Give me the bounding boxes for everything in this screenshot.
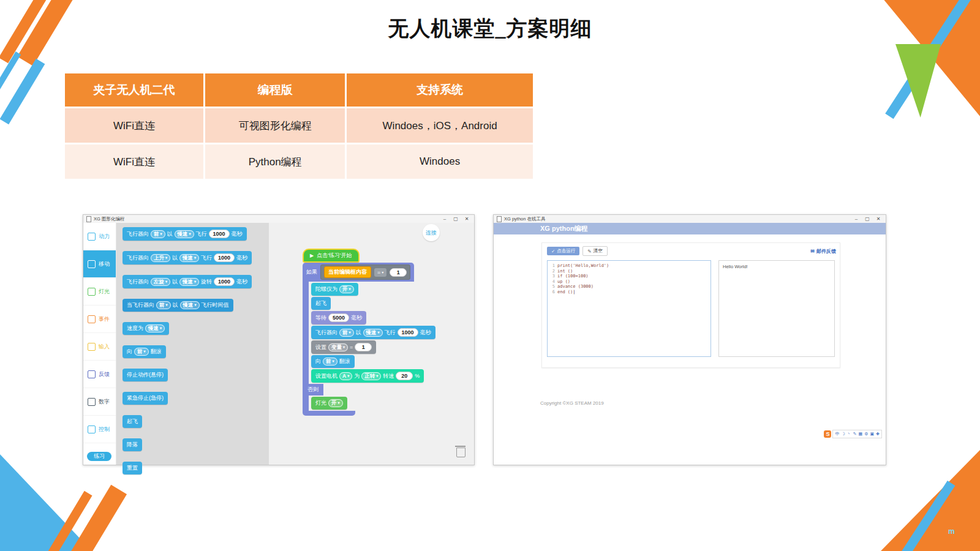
palette-block[interactable]: 速度为慢速 [123, 322, 169, 335]
sidebar-item-6[interactable]: 反馈 [83, 361, 116, 388]
maximize-button[interactable]: ▢ [863, 216, 872, 223]
ime-icon[interactable]: ▦ [859, 431, 863, 437]
dropdown[interactable]: 慢速 [363, 329, 383, 337]
sidebar-item-label: 事件 [99, 315, 110, 323]
ime-icon[interactable]: 丶 [847, 431, 851, 437]
dropdown[interactable]: 开 [339, 285, 354, 293]
script-block[interactable]: 陀螺仪为开 [311, 283, 358, 296]
dropdown[interactable]: 左旋 [151, 278, 170, 286]
ime-icon[interactable]: ▣ [870, 431, 875, 437]
block-text: 停止动作(悬停) [127, 371, 164, 379]
dropdown[interactable]: 慢速 [180, 301, 200, 309]
dropdown[interactable]: 前 [134, 348, 149, 356]
dropdown[interactable]: 正转 [361, 372, 381, 380]
block-text: 翻滚 [151, 348, 162, 356]
ime-icon[interactable]: ☽ [841, 431, 845, 437]
number-input[interactable]: 20 [396, 372, 413, 380]
block-text: 翻滚 [339, 358, 350, 365]
close-button[interactable]: ✕ [462, 216, 471, 223]
number-input[interactable]: 1000 [398, 328, 418, 337]
sidebar-item-5[interactable]: 输入 [83, 333, 116, 361]
palette-block[interactable]: 飞行器向上升以慢速飞行1000毫秒 [123, 251, 252, 264]
palette-block[interactable]: 飞行器向左旋以慢速旋转1000毫秒 [123, 275, 252, 288]
if-block-header[interactable]: 如果当前编辑框内容=1 [303, 263, 414, 282]
script-block[interactable]: 起飞 [311, 297, 331, 310]
sidebar-item-7[interactable]: 数字 [83, 388, 116, 416]
code-line: 2int () [548, 269, 710, 274]
palette-block[interactable]: 重置 [123, 462, 142, 474]
dropdown[interactable]: 慢速 [179, 278, 199, 286]
code-text: up () [557, 279, 570, 285]
sidebar-item-8[interactable]: 控制 [83, 416, 116, 443]
table-cell: WiFi直连 [65, 108, 203, 143]
dropdown[interactable]: 慢速 [175, 230, 194, 238]
dropdown[interactable]: A [339, 372, 352, 380]
operator-dropdown[interactable]: = [374, 268, 386, 277]
mail-feedback-link[interactable]: ✉邮件反馈 [810, 248, 836, 255]
number-input[interactable]: 5000 [328, 313, 349, 322]
category-icon [88, 398, 96, 406]
ime-icon[interactable]: ✎ [853, 431, 857, 437]
palette-block[interactable]: 降落 [123, 438, 142, 451]
dropdown[interactable]: 变量 [328, 343, 348, 351]
sidebar-item-3[interactable]: 灯光 [83, 278, 116, 305]
maximize-button[interactable]: ▢ [451, 216, 460, 223]
dropdown[interactable]: 前 [156, 301, 171, 309]
dropdown[interactable]: 上升 [151, 254, 170, 262]
dropdown[interactable]: 开 [328, 399, 343, 407]
script-block[interactable]: 飞行器向前以慢速飞行1000毫秒 [311, 326, 435, 339]
palette-block[interactable]: 当飞行器向前以慢速飞行时间值 [123, 299, 233, 312]
number-input[interactable]: 1 [355, 343, 372, 351]
script-block[interactable]: 设置电机A为正转转速20% [311, 369, 424, 383]
category-icon [88, 288, 96, 296]
block-text: 飞行时间值 [202, 301, 229, 309]
condition-slot: 当前编辑框内容=1 [320, 264, 410, 280]
script-block[interactable]: 灯光开 [311, 397, 347, 410]
number-input[interactable]: 1000 [214, 253, 235, 262]
dropdown[interactable]: 前 [151, 230, 165, 238]
corner-watermark: m [948, 527, 955, 536]
script-block[interactable]: 设置变量=1 [311, 340, 376, 354]
palette-block[interactable]: 紧急停止(急停) [123, 392, 168, 405]
condition-compare-input[interactable]: 1 [390, 268, 407, 277]
palette-block[interactable]: 向前翻滚 [123, 345, 166, 358]
number-input[interactable]: 1000 [209, 230, 230, 238]
dropdown[interactable]: 慢速 [179, 254, 199, 262]
run-button[interactable]: ✓点击运行 [547, 247, 579, 255]
ime-icon[interactable]: 中 [835, 431, 839, 437]
trash-icon[interactable] [456, 448, 466, 457]
palette-block[interactable]: 起飞 [123, 415, 142, 428]
minimize-button[interactable]: – [852, 216, 861, 223]
dropdown[interactable]: 前 [339, 329, 354, 337]
minimize-button[interactable]: – [440, 216, 449, 223]
block-text: 向 [315, 358, 321, 365]
clear-button[interactable]: ✎清空 [582, 246, 607, 256]
ime-icon[interactable]: ⚙ [864, 431, 868, 437]
eraser-icon: ✎ [587, 249, 591, 254]
dropdown[interactable]: 慢速 [145, 324, 165, 332]
script-block[interactable]: 向前翻滚 [311, 355, 355, 368]
block-text: = [350, 344, 353, 350]
script-block[interactable]: 等待5000毫秒 [311, 311, 366, 324]
python-titlebar: XG python 在线工具 – ▢ ✕ [494, 215, 886, 223]
close-button[interactable]: ✕ [874, 216, 883, 223]
script-canvas[interactable]: ▶点击'练习'开始如果当前编辑框内容=1陀螺仪为开起飞等待5000毫秒飞行器向前… [269, 223, 474, 465]
dropdown[interactable]: 前 [323, 358, 337, 365]
sidebar-item-2[interactable]: 移动 [83, 250, 116, 278]
sidebar-item-label: 数字 [99, 398, 110, 406]
table-cell: Windoes [347, 144, 533, 179]
practice-button[interactable]: 练习 [87, 452, 111, 461]
ime-logo-icon[interactable]: S [824, 430, 831, 438]
number-input[interactable]: 1000 [214, 277, 235, 286]
ime-icon[interactable]: ✚ [876, 431, 880, 437]
hat-block[interactable]: ▶点击'练习'开始 [303, 249, 360, 263]
sidebar-item-4[interactable]: 事件 [83, 305, 116, 333]
palette-block[interactable]: 飞行器向前以慢速飞行1000毫秒 [123, 227, 247, 241]
palette-block[interactable]: 停止动作(悬停) [123, 369, 168, 381]
connect-button[interactable]: 连接 [423, 224, 440, 241]
editor-card: ✓点击运行 ✎清空 ✉邮件反馈 1print('Hello,World')2in… [541, 242, 840, 368]
table-header-cell: 夹子无人机二代 [65, 73, 203, 107]
condition-value-block[interactable]: 当前编辑框内容 [324, 266, 371, 278]
code-editor[interactable]: 1print('Hello,World')2int ()3if (100=100… [547, 260, 711, 357]
sidebar-item-1[interactable]: 动力 [83, 223, 116, 250]
